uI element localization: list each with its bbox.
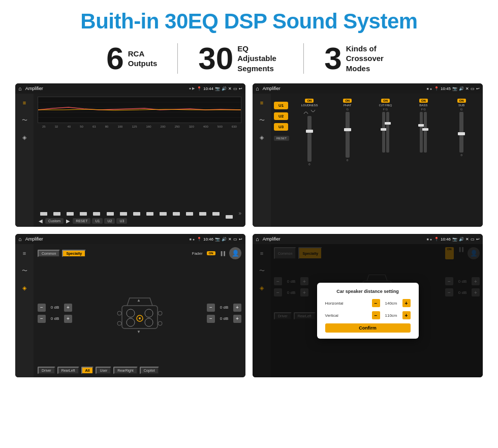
eq-slider-12[interactable]: -1: [183, 212, 196, 216]
crossover-close-icon: ✕: [465, 86, 469, 91]
phat-slider[interactable]: [346, 112, 350, 158]
eq-slider-1[interactable]: 0: [38, 212, 50, 216]
fader-close-icon: ✕: [228, 237, 232, 242]
eq-sidebar-wave[interactable]: 〜: [18, 114, 30, 126]
eq-u1-btn[interactable]: U1: [92, 218, 103, 224]
dialog-horizontal-value: 140cm: [382, 301, 400, 306]
crossover-sidebar-eq[interactable]: ≡: [256, 97, 268, 109]
driver-btn[interactable]: Driver: [38, 367, 55, 374]
vol-row-1: − 0 dB +: [38, 304, 72, 312]
eq-slider-14[interactable]: -1: [210, 212, 222, 216]
sub-slider[interactable]: [459, 112, 463, 153]
rearleft-btn[interactable]: RearLeft: [57, 367, 79, 374]
fader-common-tab[interactable]: Common: [38, 250, 60, 257]
cutfreq-label: CUT FREQ: [379, 104, 392, 107]
crossover-u2-btn[interactable]: U2: [274, 112, 288, 120]
eq-sidebar-equalizer[interactable]: ≡: [18, 97, 30, 109]
eq-slider-13[interactable]: 0: [197, 212, 209, 216]
fader-specialty-tab[interactable]: Specialty: [62, 250, 86, 257]
stat-crossover: 3 Kinds ofCrossover Modes: [304, 43, 412, 74]
phat-on-badge[interactable]: ON: [343, 99, 352, 103]
fader-sidebar-eq[interactable]: ≡: [18, 247, 30, 259]
crossover-home-icon[interactable]: ⌂: [256, 85, 259, 92]
eq-slider-8[interactable]: 0: [131, 212, 143, 216]
eq-prev-icon[interactable]: ◀: [39, 218, 43, 224]
vol4-minus-btn[interactable]: −: [207, 315, 215, 323]
eq-label-200: 200: [161, 125, 166, 128]
eq-next-icon[interactable]: ▶: [66, 218, 70, 224]
bass-f-slider[interactable]: [420, 112, 423, 153]
vol2-minus-btn[interactable]: −: [38, 315, 46, 323]
cutfreq-sliders: [382, 112, 389, 153]
phat-val: 0: [347, 159, 348, 162]
cutfreq-g-slider[interactable]: [386, 112, 389, 153]
eq-main-area: 25 32 40 50 63 80 100 125 160 200 250 32…: [34, 94, 245, 227]
cutfreq-on-badge[interactable]: ON: [381, 99, 390, 103]
crossover-sidebar-speaker[interactable]: ◈: [256, 131, 268, 143]
loudness-val: 0: [308, 163, 310, 166]
eq-slider-7[interactable]: 0: [117, 212, 130, 216]
crossover-u3-btn[interactable]: U3: [274, 123, 288, 131]
dialog-home-icon[interactable]: ⌂: [256, 236, 259, 242]
eq-slider-15[interactable]: [223, 215, 235, 216]
fader-sidebar-wave[interactable]: 〜: [18, 264, 30, 277]
back-icon[interactable]: ↩: [239, 86, 242, 91]
bass-g-slider[interactable]: [424, 112, 427, 153]
crossover-reset-btn[interactable]: RESET: [274, 136, 289, 141]
vol2-plus-btn[interactable]: +: [64, 315, 72, 323]
all-btn[interactable]: All: [81, 367, 94, 374]
dialog-box: Car speaker distance setting Horizontal …: [317, 283, 419, 339]
fader-back-icon[interactable]: ↩: [239, 237, 242, 242]
fader-on-badge[interactable]: ON: [207, 251, 215, 255]
bass-label: BASS: [419, 104, 427, 107]
vol3-plus-btn[interactable]: +: [233, 304, 241, 312]
eq-sidebar-speaker[interactable]: ◈: [18, 131, 30, 143]
loudness-slider[interactable]: [307, 116, 312, 162]
phat-g-label: G: [346, 108, 349, 111]
eq-slider-3[interactable]: 5: [64, 212, 76, 216]
vol4-plus-btn[interactable]: +: [233, 315, 241, 323]
eq-screen-content: ≡ 〜 ◈: [15, 94, 245, 227]
sub-on-badge[interactable]: ON: [457, 99, 466, 103]
dialog-dot: ■ ●: [427, 237, 432, 241]
fader-sidebar-speaker[interactable]: ◈: [18, 282, 30, 294]
dialog-screen-content: ≡ 〜 ◈ Common Specialty ON ▐▐ 👤: [253, 244, 483, 377]
dialog-vertical-control: − 110cm +: [372, 311, 411, 319]
fader-center-area: − 0 dB + − 0 dB +: [38, 261, 241, 365]
eq-u2-btn[interactable]: U2: [104, 218, 115, 224]
crossover-back-icon[interactable]: ↩: [476, 86, 480, 91]
dialog-horizontal-minus-btn[interactable]: −: [372, 299, 380, 307]
bass-sliders: [420, 112, 427, 153]
eq-reset-btn[interactable]: RESET: [73, 218, 90, 224]
dialog-status-icons: 📍 10:46 📷 🔊 ✕ ▭ ↩: [434, 237, 480, 242]
vol3-minus-btn[interactable]: −: [207, 304, 215, 312]
eq-slider-5[interactable]: 0: [90, 212, 103, 216]
rearright-btn[interactable]: RearRight: [113, 367, 138, 374]
crossover-u1-btn[interactable]: U1: [274, 102, 288, 109]
eq-u3-btn[interactable]: U3: [116, 218, 127, 224]
eq-slider-4[interactable]: 0: [77, 212, 89, 216]
fader-home-icon[interactable]: ⌂: [18, 236, 22, 242]
dialog-vertical-minus-btn[interactable]: −: [372, 311, 380, 319]
bass-on-badge[interactable]: ON: [419, 99, 428, 103]
eq-screen: ⌂ Amplifier ● ▶ 📍 10:44 📷 🔊 ✕ ▭ ↩ ≡ 〜 ◈: [15, 83, 245, 227]
dialog-confirm-btn[interactable]: Confirm: [325, 323, 411, 333]
fader-left-sidebar: ≡ 〜 ◈: [15, 244, 34, 377]
vol1-plus-btn[interactable]: +: [64, 304, 72, 312]
dialog-vertical-plus-btn[interactable]: +: [402, 311, 411, 319]
vol1-minus-btn[interactable]: −: [38, 304, 46, 312]
home-icon[interactable]: ⌂: [18, 85, 22, 92]
loudness-on-badge[interactable]: ON: [305, 99, 314, 103]
user-btn[interactable]: User: [96, 367, 111, 374]
eq-slider-9[interactable]: 0: [144, 212, 156, 216]
eq-slider-6[interactable]: 0: [104, 212, 116, 216]
copilot-btn[interactable]: Copilot: [140, 367, 159, 374]
dialog-back-icon[interactable]: ↩: [476, 237, 480, 242]
eq-slider-11[interactable]: 0: [170, 212, 182, 216]
crossover-sidebar-wave[interactable]: 〜: [256, 114, 268, 126]
cutfreq-f-slider[interactable]: [382, 112, 385, 153]
eq-slider-10[interactable]: 0: [157, 212, 169, 216]
person-icon[interactable]: 👤: [229, 247, 241, 259]
dialog-horizontal-plus-btn[interactable]: +: [402, 299, 411, 307]
eq-slider-2[interactable]: 0: [51, 212, 63, 216]
